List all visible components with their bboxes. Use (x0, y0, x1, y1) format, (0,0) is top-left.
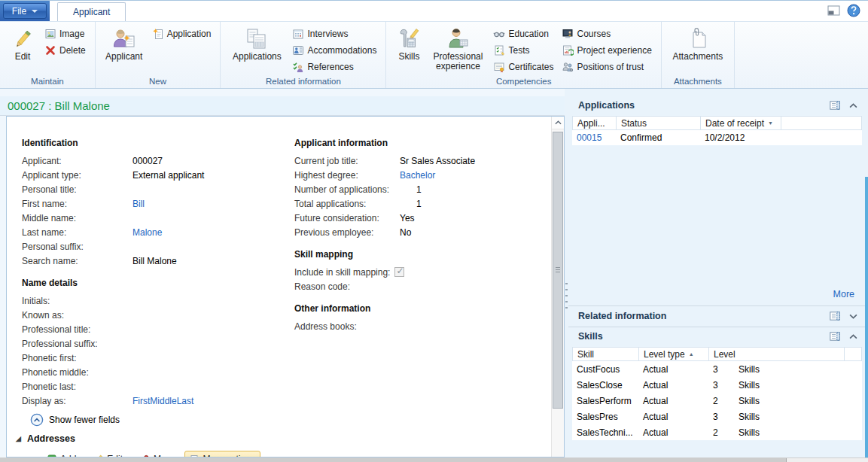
tab-applicant[interactable]: Applicant (57, 2, 126, 21)
accommodations-button-label: Accommodations (307, 45, 376, 56)
new-applicant-button[interactable]: Applicant (102, 24, 146, 62)
field-row: Display as:FirstMiddleLast (22, 394, 285, 408)
address-add-button[interactable]: Add (43, 451, 81, 457)
factbox-panel: Applications Appli... Status Date of rec… (568, 89, 865, 457)
calendar-icon (292, 28, 304, 40)
column-header-level-type[interactable]: Level type (639, 348, 709, 360)
skill-level: 3 (708, 364, 734, 375)
courses-button[interactable]: Courses (559, 26, 653, 41)
test-checklist-icon (493, 44, 505, 56)
content-area: 000027 : Bill Malone Identification Appl… (0, 89, 868, 457)
address-more-options-button[interactable]: More options (184, 451, 260, 457)
field-value: 1 (400, 199, 422, 209)
related-information-panel-header[interactable]: Related information (568, 305, 865, 326)
field-row: Reason code: (294, 279, 550, 293)
form-vertical-scrollbar[interactable] (551, 117, 564, 457)
tests-button-label: Tests (508, 45, 529, 56)
highest-degree-link[interactable]: Bachelor (400, 170, 435, 181)
column-header-blank (845, 348, 861, 360)
open-panel-icon[interactable] (830, 312, 840, 321)
file-menu-button[interactable]: File (3, 3, 47, 19)
delete-button[interactable]: Delete (42, 42, 88, 58)
positions-of-trust-button[interactable]: Positions of trust (559, 59, 653, 74)
skills-button[interactable]: Skills (393, 24, 425, 62)
field-row: Future consideration:Yes (294, 211, 550, 225)
chevron-up-icon[interactable] (849, 103, 857, 108)
help-icon[interactable] (847, 4, 860, 17)
layout-panes-icon[interactable] (827, 5, 840, 16)
column-header-application[interactable]: Appli... (573, 117, 617, 129)
skill-row[interactable]: SalesPres Actual 3 Skills (572, 409, 862, 424)
scrollbar-thumb[interactable] (553, 132, 563, 409)
tools-icon (397, 26, 420, 52)
addresses-toolbar: Add Edit Map (43, 451, 260, 457)
address-edit-button[interactable]: Edit (90, 451, 127, 457)
column-header-date-of-receipt[interactable]: Date of receipt (701, 117, 781, 129)
field-row: Previous employee:No (294, 225, 550, 239)
scroll-up-icon[interactable] (552, 117, 564, 129)
ribbon-group-competencies: Skills Professional experience Education (386, 22, 661, 88)
horizontal-scrollbar-thumb[interactable] (0, 458, 787, 462)
field-label: First name: (22, 199, 132, 209)
field-row: Number of applications:1 (294, 182, 550, 196)
interviews-button[interactable]: Interviews (290, 26, 379, 41)
record-header: 000027 : Bill Malone (0, 96, 565, 116)
column-header-skill[interactable]: Skill (573, 348, 639, 360)
accommodations-icon (292, 44, 304, 56)
show-fewer-fields-label: Show fewer fields (49, 415, 120, 425)
edit-button[interactable]: Edit (7, 24, 38, 62)
skill-type: Skills (734, 396, 862, 406)
professional-experience-button-label: Professional experience (428, 52, 487, 71)
ribbon-group-new: Applicant Application New (96, 22, 221, 88)
column-header-status[interactable]: Status (617, 117, 701, 129)
show-fewer-fields-button[interactable]: Show fewer fields (30, 413, 285, 427)
address-map-button[interactable]: Map (136, 451, 175, 457)
delete-x-icon (44, 44, 56, 56)
field-row: Personal suffix: (22, 239, 285, 254)
image-button[interactable]: Image (42, 26, 88, 41)
skill-type: Skills (734, 380, 862, 391)
application-id-link[interactable]: 00015 (572, 132, 616, 143)
field-label: Number of applications: (294, 184, 400, 195)
field-label: Phonetic middle: (22, 367, 132, 378)
skill-type: Skills (734, 427, 862, 438)
horizontal-scrollbar[interactable] (0, 457, 868, 462)
field-label: Previous employee: (294, 227, 400, 238)
references-button[interactable]: References (290, 59, 379, 74)
tests-button[interactable]: Tests (491, 42, 556, 58)
new-application-button[interactable]: Application (150, 26, 214, 41)
field-label: Middle name: (22, 213, 132, 223)
education-button[interactable]: Education (491, 26, 556, 41)
display-as-link[interactable]: FirstMiddleLast (132, 396, 193, 406)
last-name-link[interactable]: Malone (132, 227, 162, 238)
open-panel-icon[interactable] (830, 332, 840, 341)
applications-grid: Appli... Status Date of receipt 00015 Co… (572, 116, 862, 145)
application-date: 10/2/2012 (700, 132, 781, 143)
checklist-person-icon (292, 61, 304, 73)
open-panel-icon[interactable] (830, 101, 840, 110)
project-experience-button[interactable]: Project experience (559, 42, 653, 58)
skills-panel-header[interactable]: Skills (568, 327, 865, 345)
skill-row[interactable]: SalesClose Actual 3 Skills (572, 377, 862, 393)
applicant-window: File Applicant Edit (0, 0, 868, 462)
column-header-level[interactable]: Level (709, 348, 845, 360)
first-name-link[interactable]: Bill (132, 199, 145, 209)
chevron-down-icon[interactable] (849, 314, 857, 319)
more-link[interactable]: More (833, 289, 854, 299)
chevron-up-icon[interactable] (849, 334, 857, 339)
accommodations-button[interactable]: Accommodations (290, 42, 379, 58)
record-title: 000027 : Bill Malone (8, 99, 110, 112)
ribbon-group-label: Competencies (386, 77, 660, 87)
include-skill-mapping-checkbox[interactable] (394, 267, 404, 277)
addresses-section-header[interactable]: ◢ Addresses (16, 433, 75, 444)
attachments-button[interactable]: Attachments (669, 24, 727, 62)
certificates-button[interactable]: Certificates (491, 59, 556, 74)
application-row[interactable]: 00015 Confirmed 10/2/2012 (572, 130, 862, 145)
professional-experience-button[interactable]: Professional experience (428, 24, 487, 71)
skill-row[interactable]: CustFocus Actual 3 Skills (572, 361, 862, 377)
skills-grid: Skill Level type Level CustFocus Actual … (572, 347, 862, 440)
applications-button[interactable]: Applications (227, 24, 286, 62)
applications-grid-header: Appli... Status Date of receipt (572, 116, 862, 130)
skill-row[interactable]: SalesTechni... Actual 2 Skills (572, 424, 862, 440)
skill-row[interactable]: SalesPerform Actual 2 Skills (572, 393, 862, 409)
